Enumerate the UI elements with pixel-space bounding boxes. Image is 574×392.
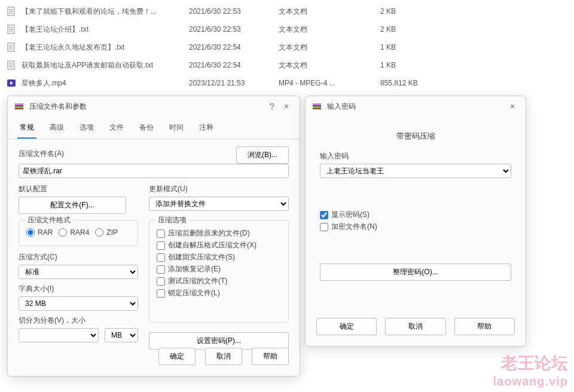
archive-name-input[interactable] [19, 164, 289, 178]
file-list: 【来了就能下载和观看的论坛，纯免费！... 2021/6/30 22:53 文本… [0, 0, 574, 94]
ok-button[interactable]: 确定 [158, 348, 196, 365]
password-subtitle: 带密码压缩 [316, 125, 515, 151]
opt-sfx[interactable]: 创建自解压格式压缩文件(X) [157, 240, 281, 250]
text-file-icon [6, 60, 17, 71]
file-row[interactable]: 星铁多人.mp4 2023/12/21 21:53 MP4 - MPEG-4 .… [6, 74, 568, 92]
password-dialog: 输入密码 × 带密码压缩 输入密码 上老王论坛当老王 显示密码(S) 加密文件名… [305, 96, 526, 347]
cancel-button[interactable]: 取消 [205, 348, 242, 365]
tab-options[interactable]: 选项 [77, 119, 96, 139]
file-name: 星铁多人.mp4 [22, 78, 189, 88]
opt-lock[interactable]: 锁定压缩文件(L) [157, 288, 281, 298]
format-rar4[interactable]: RAR4 [59, 228, 89, 237]
format-group: 压缩文件格式 RAR RAR4 ZIP [19, 220, 138, 246]
archive-dialog: 压缩文件名和参数 ? × 常规 高级 选项 文件 备份 时间 注释 压缩文件名(… [7, 96, 300, 376]
opt-test[interactable]: 测试压缩的文件(T) [157, 276, 281, 286]
file-type: 文本文档 [279, 7, 380, 17]
opt-solid[interactable]: 创建固实压缩文件(S) [157, 252, 281, 262]
options-group: 压缩选项 压缩后删除原来的文件(D) 创建自解压格式压缩文件(X) 创建固实压缩… [149, 220, 289, 323]
file-date: 2021/6/30 22:54 [189, 61, 279, 69]
opt-recovery[interactable]: 添加恢复记录(E) [157, 264, 281, 274]
help-button[interactable]: 帮助 [454, 318, 515, 335]
text-file-icon [6, 6, 17, 17]
password-dialog-titlebar[interactable]: 输入密码 × [306, 96, 526, 117]
file-row[interactable]: 【老王论坛介绍】.txt 2021/6/30 22:53 文本文档 2 KB [6, 20, 568, 38]
file-row[interactable]: 获取最新地址及APP请发邮箱自动获取.txt 2021/6/30 22:54 文… [6, 56, 568, 74]
encrypt-names-check[interactable]: 加密文件名(N) [320, 222, 511, 232]
file-date: 2023/12/21 21:53 [189, 79, 279, 87]
text-file-icon [6, 42, 17, 53]
close-icon[interactable]: × [505, 102, 520, 111]
method-select[interactable]: 标准 [19, 265, 138, 279]
tab-backup[interactable]: 备份 [137, 119, 156, 139]
text-file-icon [6, 24, 17, 35]
svg-rect-19 [15, 103, 23, 105]
file-date: 2021/6/30 22:53 [189, 25, 279, 33]
ok-button[interactable]: 确定 [316, 318, 377, 335]
watermark-url: laowang.vip [493, 375, 568, 388]
options-label: 压缩选项 [155, 215, 189, 225]
file-name: 【老王论坛永久地址发布页】.txt [22, 42, 189, 53]
winrar-icon [14, 101, 25, 112]
file-size: 2 KB [380, 25, 440, 33]
file-type: 文本文档 [279, 42, 380, 53]
archive-dialog-titlebar[interactable]: 压缩文件名和参数 ? × [8, 96, 300, 117]
browse-button[interactable]: 浏览(B)... [236, 146, 289, 164]
file-size: 2 KB [380, 7, 440, 16]
archive-name-label: 压缩文件名(A) [19, 149, 64, 159]
tab-general[interactable]: 常规 [17, 119, 36, 139]
method-label: 压缩方式(C) [19, 252, 138, 262]
split-size-select[interactable] [19, 328, 99, 342]
file-name: 【来了就能下载和观看的论坛，纯免费！... [22, 7, 189, 17]
format-label: 压缩文件格式 [25, 215, 73, 225]
file-name: 【老王论坛介绍】.txt [22, 24, 189, 35]
cancel-button[interactable]: 取消 [385, 318, 445, 335]
winrar-icon [312, 101, 322, 112]
dict-label: 字典大小(I) [19, 284, 138, 294]
split-unit-select[interactable]: MB [105, 328, 138, 342]
update-mode-select[interactable]: 添加并替换文件 [149, 197, 289, 211]
svg-rect-22 [313, 103, 321, 105]
watermark: 老王论坛 laowang.vip [493, 352, 568, 388]
file-name: 获取最新地址及APP请发邮箱自动获取.txt [22, 60, 189, 71]
profiles-button[interactable]: 配置文件(F)... [19, 197, 126, 214]
tab-advanced[interactable]: 高级 [47, 119, 66, 139]
file-type: MP4 - MPEG-4 ... [279, 79, 380, 87]
help-icon[interactable]: ? [265, 102, 279, 111]
file-row[interactable]: 【老王论坛永久地址发布页】.txt 2021/6/30 22:54 文本文档 1… [6, 38, 568, 56]
file-type: 文本文档 [279, 60, 380, 71]
file-date: 2021/6/30 22:53 [189, 7, 279, 16]
password-label: 输入密码 [320, 151, 511, 161]
format-zip[interactable]: ZIP [95, 228, 118, 237]
help-button[interactable]: 帮助 [252, 348, 289, 365]
tab-files[interactable]: 文件 [107, 119, 126, 139]
archive-tabs: 常规 高级 选项 文件 备份 时间 注释 [8, 117, 300, 139]
show-password-check[interactable]: 显示密码(S) [320, 210, 511, 220]
manage-passwords-button[interactable]: 整理密码(O)... [320, 264, 511, 281]
close-icon[interactable]: × [279, 102, 294, 111]
password-dialog-title: 输入密码 [327, 102, 505, 112]
default-profile-label: 默认配置 [19, 184, 138, 194]
dict-select[interactable]: 32 MB [19, 296, 138, 311]
update-mode-label: 更新模式(U) [149, 184, 289, 194]
tab-time[interactable]: 时间 [167, 119, 186, 139]
archive-dialog-title: 压缩文件名和参数 [29, 102, 265, 112]
svg-rect-23 [313, 106, 321, 108]
file-row[interactable]: 【来了就能下载和观看的论坛，纯免费！... 2021/6/30 22:53 文本… [6, 2, 568, 20]
file-size: 1 KB [380, 61, 440, 69]
svg-rect-20 [15, 106, 23, 108]
file-size: 1 KB [380, 43, 440, 51]
split-label: 切分为分卷(V)，大小 [19, 316, 138, 326]
file-size: 855,812 KB [380, 79, 440, 87]
tab-comment[interactable]: 注释 [197, 119, 216, 139]
video-file-icon [6, 78, 17, 88]
password-input[interactable]: 上老王论坛当老王 [320, 164, 511, 178]
opt-delete[interactable]: 压缩后删除原来的文件(D) [157, 228, 281, 238]
file-type: 文本文档 [279, 24, 380, 35]
watermark-text: 老王论坛 [493, 352, 568, 375]
file-date: 2021/6/30 22:54 [189, 43, 279, 51]
format-rar[interactable]: RAR [26, 228, 53, 237]
